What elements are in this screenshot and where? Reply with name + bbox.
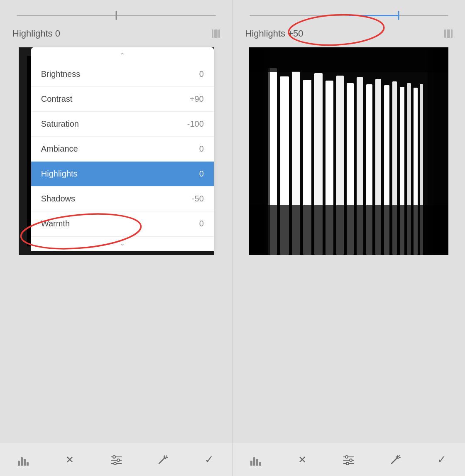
menu-item-warmth[interactable]: Warmth 0: [31, 211, 214, 236]
left-magic-button[interactable]: [152, 449, 173, 470]
right-magic-icon: [390, 454, 401, 465]
menu-item-highlights-value: 0: [199, 169, 204, 179]
right-check-icon[interactable]: ✓: [437, 453, 446, 466]
right-compare-icon[interactable]: [444, 29, 453, 38]
menu-arrow-down[interactable]: ⌄: [31, 236, 214, 251]
menu-arrow-up[interactable]: ⌃: [31, 47, 214, 62]
right-sliders-icon: [343, 454, 355, 465]
left-slider-area[interactable]: [0, 5, 232, 26]
menu-item-contrast-label: Contrast: [41, 94, 73, 104]
right-photo-area: [233, 39, 465, 443]
menu-item-shadows-label: Shadows: [41, 194, 75, 204]
menu-item-ambiance-value: 0: [199, 144, 204, 154]
menu-item-shadows[interactable]: Shadows -50: [31, 186, 214, 211]
svg-line-66: [399, 456, 399, 456]
svg-rect-56: [428, 47, 448, 255]
menu-item-contrast[interactable]: Contrast +90: [31, 87, 214, 112]
left-slider-thumb[interactable]: [115, 11, 117, 20]
left-sliders-icon: [110, 454, 122, 465]
left-histogram-icon[interactable]: [13, 449, 34, 470]
menu-item-brightness-value: 0: [199, 69, 204, 79]
left-photo-area: ⌃ Brightness 0 Contrast +90 Saturation -…: [0, 39, 232, 443]
right-slider-fill: [349, 15, 399, 16]
left-compare-icon[interactable]: [212, 29, 220, 38]
svg-point-60: [350, 459, 352, 461]
svg-point-62: [346, 462, 349, 465]
adjustment-menu-panel: ⌃ Brightness 0 Contrast +90 Saturation -…: [31, 47, 214, 251]
left-slider-track[interactable]: [17, 15, 216, 16]
right-slider-thumb[interactable]: [398, 11, 399, 20]
menu-item-saturation-value: -100: [187, 119, 204, 129]
right-photo-svg: [249, 47, 448, 255]
right-photo-container: [249, 47, 448, 255]
svg-rect-54: [249, 47, 448, 72]
svg-point-23: [113, 456, 115, 458]
svg-rect-53: [249, 205, 448, 255]
right-panel: Highlights +50: [233, 0, 465, 476]
svg-line-63: [392, 458, 397, 464]
menu-item-saturation-label: Saturation: [41, 119, 79, 129]
left-sliders-button[interactable]: [106, 449, 127, 470]
right-slider-track[interactable]: [250, 15, 449, 16]
right-cancel-button[interactable]: ✕: [292, 449, 313, 470]
menu-item-brightness[interactable]: Brightness 0: [31, 62, 214, 87]
right-header: Highlights +50: [233, 28, 465, 39]
left-header: Highlights 0: [0, 28, 232, 39]
menu-item-highlights[interactable]: Highlights 0: [31, 162, 214, 186]
menu-item-warmth-label: Warmth: [41, 219, 70, 228]
left-magic-icon: [157, 454, 168, 465]
left-toolbar: ✕ ✓: [0, 443, 232, 476]
left-cancel-button[interactable]: ✕: [59, 449, 80, 470]
right-check-button[interactable]: ✓: [431, 449, 452, 470]
svg-line-28: [159, 458, 165, 464]
menu-item-highlights-label: Highlights: [41, 169, 78, 179]
right-histogram-icon[interactable]: [245, 449, 266, 470]
left-photo-container: ⌃ Brightness 0 Contrast +90 Saturation -…: [19, 47, 214, 255]
menu-item-ambiance[interactable]: Ambiance 0: [31, 137, 214, 162]
menu-item-shadows-value: -50: [192, 194, 204, 204]
left-check-icon[interactable]: ✓: [205, 453, 214, 466]
svg-point-27: [114, 462, 116, 465]
right-header-title: Highlights +50: [245, 28, 303, 39]
svg-rect-55: [249, 47, 270, 255]
menu-item-saturation[interactable]: Saturation -100: [31, 112, 214, 137]
right-magic-button[interactable]: [385, 449, 406, 470]
right-slider-area[interactable]: [233, 5, 465, 26]
menu-item-contrast-value: +90: [190, 94, 204, 104]
left-cancel-icon[interactable]: ✕: [66, 454, 74, 466]
menu-item-ambiance-label: Ambiance: [41, 144, 78, 154]
menu-item-warmth-value: 0: [199, 219, 204, 228]
right-cancel-icon[interactable]: ✕: [298, 454, 306, 466]
left-header-title: Highlights 0: [12, 28, 60, 39]
right-sliders-button[interactable]: [338, 449, 359, 470]
svg-point-25: [117, 459, 120, 461]
right-toolbar: ✕ ✓: [233, 443, 465, 476]
svg-line-31: [166, 456, 167, 456]
svg-point-58: [345, 456, 348, 458]
left-panel: Highlights 0: [0, 0, 232, 476]
menu-item-brightness-label: Brightness: [41, 69, 81, 79]
left-check-button[interactable]: ✓: [199, 449, 220, 470]
